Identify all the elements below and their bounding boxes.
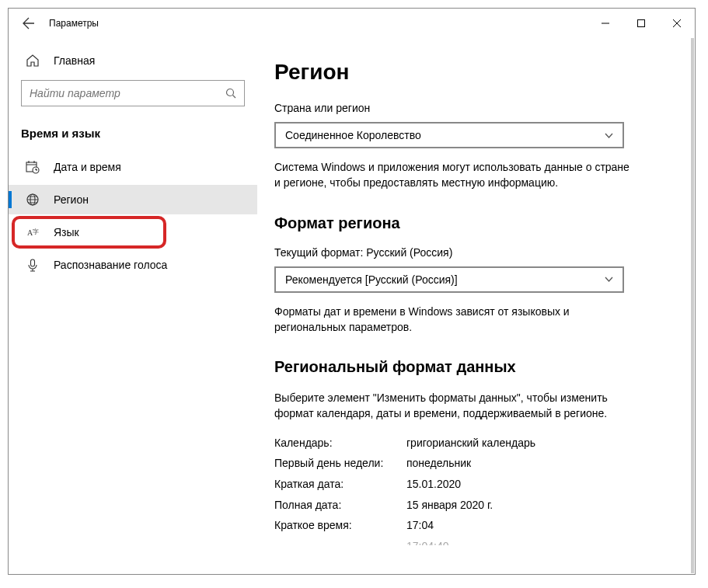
chevron-down-icon: [605, 131, 613, 140]
row-key: [274, 536, 406, 545]
minimize-icon: [602, 19, 609, 27]
row-val: 17:04: [406, 515, 434, 536]
regional-data-table: Календарь: григорианский календарь Первы…: [274, 433, 671, 545]
current-format-label: Текущий формат: Русский (Россия): [274, 246, 671, 259]
row-val: 17:04:40: [406, 536, 449, 545]
country-dropdown[interactable]: Соединенное Королевство: [274, 122, 624, 148]
maximize-icon: [637, 19, 645, 27]
sidebar: Главная Время и язык Дата и время Ре: [9, 38, 257, 574]
svg-point-1: [227, 89, 234, 96]
regional-heading: Региональный формат данных: [274, 358, 671, 376]
row-key: Краткое время:: [274, 515, 406, 536]
format-help-text: Форматы дат и времени в Windows зависят …: [274, 304, 632, 336]
sidebar-item-region[interactable]: Регион: [9, 185, 257, 214]
microphone-icon: [26, 258, 41, 272]
sidebar-item-date-time[interactable]: Дата и время: [9, 152, 257, 182]
sidebar-item-label: Язык: [54, 226, 79, 238]
format-dropdown-value: Рекомендуется [Русский (Россия)]: [285, 273, 458, 286]
back-button[interactable]: [13, 9, 44, 38]
maximize-button[interactable]: [623, 12, 659, 35]
format-heading: Формат региона: [274, 214, 671, 232]
sidebar-item-label: Регион: [54, 193, 89, 206]
close-button[interactable]: [659, 12, 695, 35]
calendar-clock-icon: [26, 160, 41, 174]
row-val: 15.01.2020: [406, 474, 461, 495]
row-val: григорианский календарь: [406, 433, 535, 454]
titlebar: Параметры: [9, 9, 695, 38]
format-dropdown[interactable]: Рекомендуется [Русский (Россия)]: [274, 266, 624, 293]
row-key: Краткая дата:: [274, 474, 406, 495]
window-title: Параметры: [49, 18, 99, 29]
home-link[interactable]: Главная: [9, 47, 257, 74]
minimize-button[interactable]: [588, 12, 623, 35]
svg-rect-8: [31, 259, 35, 266]
table-row: Календарь: григорианский календарь: [274, 433, 671, 454]
category-header: Время и язык: [9, 120, 257, 152]
search-icon: [225, 88, 236, 99]
settings-window: Параметры Главная: [8, 8, 696, 575]
row-val: понедельник: [406, 453, 471, 474]
svg-rect-0: [638, 20, 645, 27]
table-row-partial: 17:04:40: [274, 536, 671, 545]
country-dropdown-value: Соединенное Королевство: [285, 129, 421, 141]
sidebar-item-speech[interactable]: Распознавание голоса: [9, 250, 257, 280]
country-help-text: Система Windows и приложения могут испол…: [274, 159, 632, 191]
search-input[interactable]: [30, 87, 225, 99]
row-key: Календарь:: [274, 433, 406, 454]
table-row: Полная дата: 15 января 2020 г.: [274, 495, 671, 516]
window-controls: [588, 12, 695, 35]
globe-icon: [26, 193, 41, 207]
svg-text:字: 字: [33, 228, 39, 235]
arrow-left-icon: [23, 17, 35, 30]
language-icon: A字: [26, 225, 41, 239]
table-row: Краткое время: 17:04: [274, 515, 671, 536]
search-box[interactable]: [21, 80, 245, 106]
close-icon: [673, 19, 681, 27]
row-val: 15 января 2020 г.: [406, 495, 493, 516]
sidebar-item-language[interactable]: A字 Язык: [13, 217, 165, 247]
sidebar-item-label: Распознавание голоса: [54, 259, 167, 271]
body-area: Главная Время и язык Дата и время Ре: [9, 38, 695, 574]
country-label: Страна или регион: [274, 102, 671, 114]
content-area[interactable]: Регион Страна или регион Соединенное Кор…: [257, 38, 695, 574]
page-title: Регион: [274, 60, 671, 85]
row-key: Первый день недели:: [274, 453, 406, 474]
chevron-down-icon: [605, 275, 613, 284]
home-icon: [26, 54, 41, 68]
scrollbar[interactable]: [691, 38, 694, 573]
row-key: Полная дата:: [274, 495, 406, 516]
home-label: Главная: [54, 54, 95, 67]
regional-help-text: Выберите элемент "Изменить форматы данны…: [274, 390, 632, 422]
sidebar-item-label: Дата и время: [54, 161, 121, 173]
table-row: Краткая дата: 15.01.2020: [274, 474, 671, 495]
table-row: Первый день недели: понедельник: [274, 453, 671, 474]
